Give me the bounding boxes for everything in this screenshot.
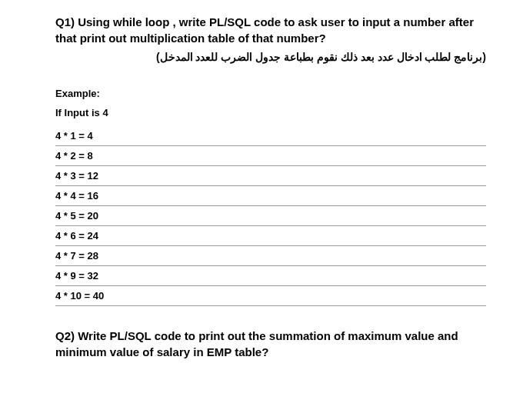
- mult-row: 4 * 5 = 20: [55, 206, 486, 226]
- mult-row: 4 * 9 = 32: [55, 266, 486, 286]
- mult-row: 4 * 1 = 4: [55, 126, 486, 146]
- mult-row: 4 * 4 = 16: [55, 186, 486, 206]
- example-label: Example:: [55, 88, 486, 99]
- mult-row: 4 * 7 = 28: [55, 246, 486, 266]
- question-1-title: Q1) Using while loop , write PL/SQL code…: [55, 14, 486, 46]
- mult-row: 4 * 10 = 40: [55, 286, 486, 306]
- question-2-title: Q2) Write PL/SQL code to print out the s…: [55, 328, 486, 360]
- input-label: If Input is 4: [55, 107, 486, 118]
- mult-row: 4 * 6 = 24: [55, 226, 486, 246]
- mult-row: 4 * 2 = 8: [55, 146, 486, 166]
- question-1-arabic: (برنامج لطلب ادخال عدد بعد ذلك نقوم بطبا…: [55, 51, 486, 63]
- mult-row: 4 * 3 = 12: [55, 166, 486, 186]
- multiplication-table: 4 * 1 = 4 4 * 2 = 8 4 * 3 = 12 4 * 4 = 1…: [55, 126, 486, 306]
